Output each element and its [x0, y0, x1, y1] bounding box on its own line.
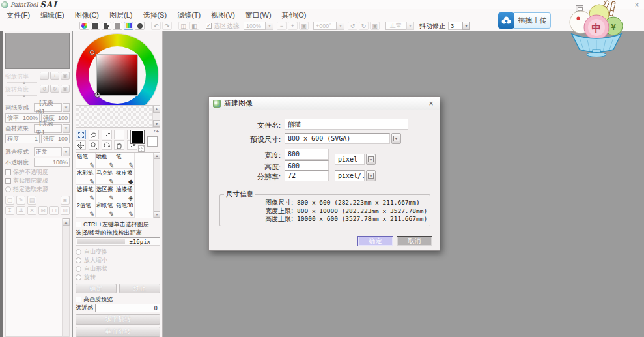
free-shape-radio[interactable]	[76, 266, 81, 272]
move-tool-icon[interactable]	[76, 140, 86, 150]
deselect-icon[interactable]: ◫	[178, 22, 188, 30]
preset-dropdown-icon[interactable]: ▼	[391, 133, 401, 144]
rotate-tool-icon[interactable]	[102, 140, 112, 150]
menu-filter[interactable]: 滤镜(T)	[177, 10, 201, 20]
size-unit-select[interactable]: pixel	[335, 154, 365, 165]
brush-cell-airbrush[interactable]: 喷枪✎	[96, 153, 115, 169]
dialog-ok-button[interactable]: 确定	[357, 236, 393, 246]
menu-others[interactable]: 其他(O)	[282, 10, 307, 20]
hue-marker[interactable]	[90, 50, 94, 55]
brush-cell-marker[interactable]: 马克笔✎	[96, 169, 115, 185]
paper-texture-select[interactable]: 【无质感】	[34, 103, 62, 112]
brush-cell-selectpen[interactable]: 选择笔✎	[76, 185, 96, 201]
layers-list[interactable]: ▲	[5, 218, 70, 337]
drag-upload-button[interactable]: 拖拽上传	[498, 12, 551, 29]
brush-scrollbar[interactable]: ▲ ▼	[153, 153, 160, 218]
menu-window[interactable]: 窗口(W)	[245, 10, 272, 20]
paper-texture-dropdown-icon[interactable]: ▼	[63, 103, 70, 112]
material-effect-dropdown-icon[interactable]: ▼	[63, 124, 70, 133]
swap-colors-icon[interactable]: ↷	[154, 128, 159, 135]
zoom-reset-icon[interactable]: ▣	[299, 22, 309, 30]
rotate-radio[interactable]	[76, 274, 81, 280]
nav-zoom-in-icon[interactable]: +	[50, 72, 59, 80]
menu-edit[interactable]: 编辑(E)	[40, 10, 64, 20]
menu-file[interactable]: 文件(F)	[7, 10, 30, 20]
brush-cell-pencil[interactable]: 铅笔✎	[76, 153, 96, 169]
scroll-up-icon[interactable]: ▲	[63, 218, 70, 226]
preset-size-select[interactable]: 800 x 600 (SVGA)	[285, 133, 390, 144]
copy-transfer-icon[interactable]: ⇊	[16, 206, 25, 215]
effect-degree-field[interactable]: 程度1	[5, 134, 40, 143]
flip-horizontal-button[interactable]: 水平翻转	[76, 314, 160, 325]
blend-options-icon[interactable]: ▼	[406, 22, 414, 30]
invert-selection-icon[interactable]: ◧	[189, 22, 199, 30]
blend-mode-dropdown-icon[interactable]: ▼	[63, 147, 70, 156]
filename-input[interactable]: 熊猫	[285, 119, 408, 130]
menu-image[interactable]: 图像(C)	[75, 10, 99, 20]
material-effect-select[interactable]: 【无效果】	[34, 124, 62, 133]
swatch-scroll-up-icon[interactable]: ▲	[153, 106, 160, 113]
nav-zoom-out-icon[interactable]: −	[40, 72, 49, 80]
brush-scroll-up-icon[interactable]: ▲	[154, 153, 160, 159]
navigator-preview[interactable]	[5, 33, 70, 69]
canvas-angle-field[interactable]: +000°	[313, 22, 337, 30]
layer-mask-icon[interactable]: ◙	[61, 196, 70, 205]
selection-source-radio[interactable]	[5, 186, 11, 192]
lasso-tool-icon[interactable]	[89, 130, 99, 139]
zoom-tool-icon[interactable]	[89, 140, 99, 150]
navigator-angle-slider[interactable]: ▲	[5, 94, 38, 98]
opacity-slider[interactable]: 100%	[34, 158, 70, 167]
wand-tool-icon[interactable]	[102, 130, 112, 139]
combine-layers-icon[interactable]: ⊞	[61, 206, 70, 215]
undo-icon[interactable]: ↶	[151, 22, 161, 30]
color-wheel-toggle-icon[interactable]	[79, 22, 89, 30]
swatch-scrollbar[interactable]: ▲ ▼	[152, 106, 160, 128]
menu-select[interactable]: 选择(S)	[143, 10, 167, 20]
nav-rotate-cw-icon[interactable]: ↻	[50, 85, 59, 93]
transfer-down-icon[interactable]: ↧	[5, 206, 14, 215]
redo-icon[interactable]: ↷	[162, 22, 172, 30]
protect-opacity-checkbox[interactable]	[5, 169, 11, 175]
rgb-sliders-icon[interactable]	[91, 22, 100, 30]
swatch-scroll-down-icon[interactable]: ▼	[153, 120, 160, 127]
nav-rotate-reset-icon[interactable]: ▣	[61, 85, 70, 93]
nav-zoom-reset-icon[interactable]: ▣	[61, 72, 70, 80]
drag-detect-slider[interactable]: ±16pix	[76, 237, 160, 246]
dialog-cancel-button[interactable]: 取消	[397, 236, 432, 246]
selection-edge-checkbox[interactable]: ✓	[206, 23, 212, 29]
tool-slot-empty-1[interactable]	[114, 130, 124, 139]
background-color-chip[interactable]	[147, 136, 158, 147]
sv-marker[interactable]	[95, 93, 100, 97]
rotate-reset-icon[interactable]: ▣	[370, 22, 380, 30]
brush-cell-eraser[interactable]: 橡皮擦◆	[115, 169, 135, 185]
flip-vertical-button[interactable]: 垂直翻转	[76, 327, 160, 337]
brush-cell-bucket[interactable]: 油漆桶◈	[115, 185, 135, 201]
window-close-icon[interactable]: ×	[632, 1, 641, 8]
width-input[interactable]: 800	[285, 149, 329, 160]
delete-layer-icon[interactable]: ⊠	[38, 206, 48, 215]
angle-dropdown-icon[interactable]: ▼	[337, 22, 344, 30]
dialog-close-icon[interactable]: ×	[427, 99, 436, 108]
hand-tool-icon[interactable]	[114, 140, 124, 150]
zoom-in-icon[interactable]: +	[288, 22, 298, 30]
free-transform-radio[interactable]	[76, 249, 81, 255]
perspective-field[interactable]: 0	[95, 304, 160, 312]
scratchpad-swatch-area[interactable]: ▲ ▼	[76, 105, 160, 128]
new-folder-icon[interactable]: ▤	[27, 196, 36, 205]
new-linework-layer-icon[interactable]: ✎	[16, 196, 25, 205]
color-chart-icon[interactable]	[124, 22, 133, 30]
new-layer-icon[interactable]: ▢	[5, 196, 14, 205]
rotate-ccw-icon[interactable]: ↺	[348, 22, 357, 30]
hsv-sliders-icon[interactable]	[102, 22, 111, 30]
blend-mode-select[interactable]: 正常	[34, 147, 62, 156]
brush-cell-pen[interactable]: 笔✎	[115, 153, 135, 169]
brush-cell-watercolor[interactable]: 水彩笔✎	[76, 169, 96, 185]
transform-confirm-button[interactable]: 确定	[76, 284, 117, 293]
menu-view[interactable]: 视图(V)	[211, 10, 235, 20]
merge-down-icon[interactable]: ⊟	[49, 206, 59, 215]
rotate-cw-icon[interactable]: ↻	[359, 22, 369, 30]
clipping-mask-checkbox[interactable]	[5, 178, 11, 184]
size-unit-dropdown-icon[interactable]: ▼	[366, 154, 376, 165]
color-mixer-icon[interactable]	[113, 22, 122, 30]
nav-rotate-ccw-icon[interactable]: ↺	[40, 85, 49, 93]
